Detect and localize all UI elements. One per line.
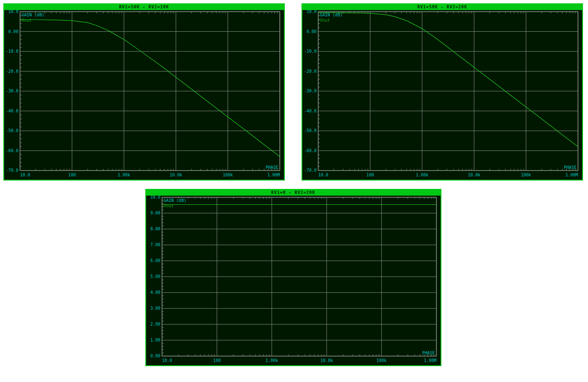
y-tick-label: 0.00 bbox=[8, 29, 18, 34]
y-tick-label: 0.00 bbox=[307, 29, 317, 34]
x-tick-label: 1.00k bbox=[416, 173, 428, 177]
y-tick-label: 10.0 bbox=[307, 10, 317, 14]
x-tick-label: 100 bbox=[68, 173, 76, 177]
y-tick-label: 6.00 bbox=[150, 258, 160, 263]
x-tick-label: 10.0 bbox=[20, 173, 30, 177]
chart-svg-2: 10.01001.00k10.0k100k1.00M10.00.00-10.0-… bbox=[302, 10, 580, 178]
y-tick-label: 2.00 bbox=[150, 322, 160, 326]
x-tick-label: 1.00k bbox=[265, 358, 278, 363]
chart-grid: RV1=50K - RV2=10K 10.01001.00k10.0k100k1… bbox=[3, 3, 580, 366]
y-tick-label: -20.0 bbox=[6, 69, 18, 74]
x-tick-label: 1.00M bbox=[267, 173, 280, 177]
y-tick-label: 9.00 bbox=[150, 211, 160, 215]
y-tick-label: -60.0 bbox=[304, 148, 317, 153]
x-tick-label: 10.0k bbox=[320, 358, 333, 363]
y-tick-label: 10.0 bbox=[150, 196, 160, 199]
y-tick-label: 0.00 bbox=[150, 354, 160, 358]
secondary-axis-label: PHASE bbox=[266, 165, 278, 170]
x-tick-label: 100k bbox=[376, 358, 386, 363]
secondary-axis-label: PHASE bbox=[564, 165, 576, 170]
y-tick-label: 3.00 bbox=[150, 306, 160, 311]
y-axis-label: GAIN (dB) bbox=[22, 13, 44, 17]
x-tick-label: 100k bbox=[521, 173, 531, 177]
y-tick-label: 8.00 bbox=[150, 227, 160, 231]
y-tick-label: -40.0 bbox=[304, 109, 317, 113]
chart-panel-1: RV1=50K - RV2=10K 10.01001.00k10.0k100k1… bbox=[3, 3, 285, 181]
x-tick-label: 1.00M bbox=[423, 358, 436, 363]
trace-label: Vout bbox=[320, 18, 330, 23]
x-tick-label: 100 bbox=[366, 173, 374, 177]
y-tick-label: -30.0 bbox=[304, 89, 317, 93]
trace-label: Vout bbox=[22, 18, 32, 23]
trace-line bbox=[318, 13, 578, 147]
y-tick-label: 5.00 bbox=[150, 274, 160, 279]
y-tick-label: -10.0 bbox=[304, 49, 317, 53]
y-tick-label: -40.0 bbox=[6, 109, 18, 113]
y-tick-label: -70.0 bbox=[304, 168, 317, 173]
chart-panel-2: RV1=50K - RV2=20K 10.01001.00k10.0k100k1… bbox=[302, 3, 583, 181]
y-axis-label: GAIN (dB) bbox=[164, 198, 186, 203]
trace-line bbox=[20, 20, 280, 157]
chart-title: RV1=0 - RV2=20K bbox=[146, 190, 441, 196]
chart-svg-1: 10.01001.00k10.0k100k1.00M10.00.00-10.0-… bbox=[4, 10, 282, 178]
y-tick-label: -50.0 bbox=[6, 128, 18, 133]
x-tick-label: 10.0 bbox=[162, 358, 172, 363]
y-tick-label: -20.0 bbox=[304, 69, 317, 74]
plot-area: 10.01001.00k10.0k100k1.00M10.09.008.007.… bbox=[146, 196, 441, 365]
chart-panel-3: RV1=0 - RV2=20K 10.01001.00k10.0k100k1.0… bbox=[145, 189, 441, 366]
x-tick-label: 1.00M bbox=[565, 173, 578, 177]
chart-title: RV1=50K - RV2=20K bbox=[302, 4, 582, 10]
y-axis-label: GAIN (dB) bbox=[320, 13, 342, 17]
plot-area: 10.01001.00k10.0k100k1.00M10.00.00-10.0-… bbox=[4, 10, 284, 180]
y-tick-label: -50.0 bbox=[304, 128, 317, 133]
x-tick-label: 100k bbox=[223, 173, 233, 177]
x-tick-label: 10.0 bbox=[318, 173, 328, 177]
plot-area: 10.01001.00k10.0k100k1.00M10.00.00-10.0-… bbox=[302, 10, 582, 180]
y-tick-label: 7.00 bbox=[150, 242, 160, 247]
chart-svg-3: 10.01001.00k10.0k100k1.00M10.09.008.007.… bbox=[146, 196, 439, 364]
y-tick-label: -10.0 bbox=[6, 49, 18, 53]
x-tick-label: 10.0k bbox=[468, 173, 480, 177]
y-tick-label: -60.0 bbox=[6, 148, 18, 153]
y-tick-label: -70.0 bbox=[6, 168, 18, 173]
chart-title: RV1=50K - RV2=10K bbox=[4, 4, 284, 10]
x-tick-label: 10.0k bbox=[170, 173, 182, 177]
y-tick-label: 1.00 bbox=[150, 338, 160, 342]
y-tick-label: -30.0 bbox=[6, 89, 18, 93]
y-tick-label: 10.0 bbox=[8, 10, 18, 14]
secondary-axis-label: PHASE bbox=[422, 351, 434, 355]
x-tick-label: 1.00k bbox=[118, 173, 130, 177]
y-tick-label: 4.00 bbox=[150, 290, 160, 295]
trace-label: Vout bbox=[164, 204, 174, 208]
x-tick-label: 100 bbox=[213, 358, 220, 363]
